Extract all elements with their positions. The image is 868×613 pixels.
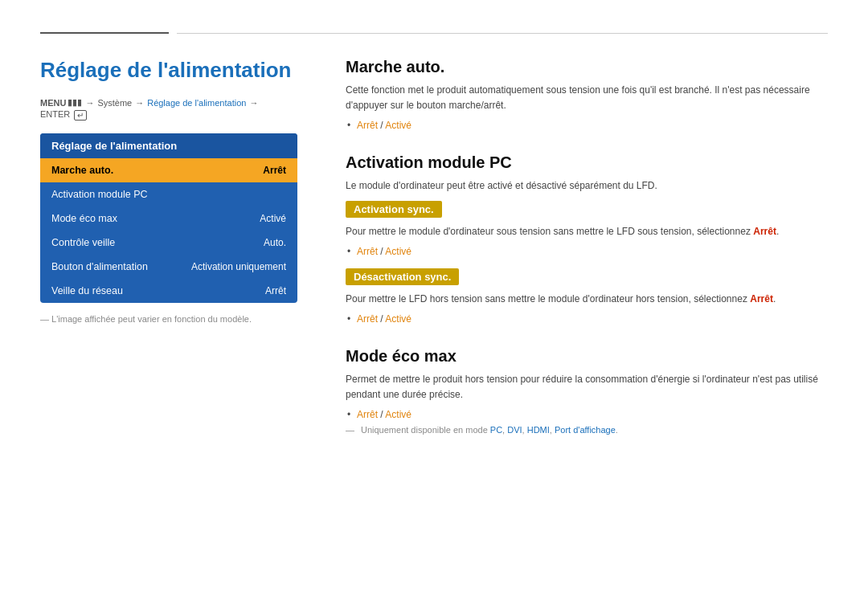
menu-item-value: Auto.: [264, 237, 286, 248]
menu-item-marche-auto[interactable]: Marche auto. Arrêt: [40, 158, 297, 182]
breadcrumb-system: Système: [97, 98, 132, 108]
menu-item-value: Arrêt: [263, 165, 286, 176]
bullet-text: Arrêt: [357, 120, 378, 131]
note-dash: ―: [346, 425, 354, 435]
breadcrumb-arrow1: →: [85, 98, 94, 108]
bullet-list-marche-auto: Arrêt / Activé: [346, 120, 828, 131]
breadcrumb-link[interactable]: Réglage de l'alimentation: [147, 98, 246, 108]
mode-eco-note: ― Uniquement disponible en mode PC, DVI,…: [346, 425, 828, 435]
menu-item-label: Marche auto.: [51, 165, 113, 176]
section-mode-eco: Mode éco max Permet de mettre le produit…: [346, 347, 828, 435]
bullet-arret: Arrêt: [357, 246, 378, 257]
section-desc-mode-eco: Permet de mettre le produit hors tension…: [346, 372, 828, 403]
bullet-sep: /: [378, 120, 385, 131]
breadcrumb-menu-icon: ▮▮▮: [68, 97, 82, 108]
breadcrumb-arrow3: →: [249, 98, 258, 108]
menu-item-label: Mode éco max: [51, 213, 117, 224]
top-lines: [40, 32, 828, 34]
section-title-mode-eco: Mode éco max: [346, 347, 828, 366]
menu-item-mode-eco[interactable]: Mode éco max Activé: [40, 206, 297, 231]
enter-icon: ↵: [74, 110, 87, 121]
bullet-sep: /: [378, 409, 385, 420]
activation-sync-link: Arrêt: [753, 226, 776, 237]
note-text-content: Uniquement disponible en mode PC, DVI, H…: [361, 425, 618, 435]
menu-item-label: Contrôle veille: [51, 237, 115, 248]
menu-box: Réglage de l'alimentation Marche auto. A…: [40, 133, 297, 303]
menu-item-bouton-alimentation[interactable]: Bouton d'alimentation Activation uniquem…: [40, 255, 297, 279]
breadcrumb-arrow2: →: [135, 98, 144, 108]
section-marche-auto: Marche auto. Cette fonction met le produ…: [346, 58, 828, 131]
bullet-sep: /: [378, 313, 385, 325]
menu-item-label: Veille du réseau: [51, 285, 123, 296]
breadcrumb-enter: ENTER ↵: [40, 109, 87, 121]
desactivation-sync-badge: Désactivation sync.: [346, 268, 459, 285]
menu-item-value: Activation uniquement: [191, 261, 286, 272]
menu-item-label: Bouton d'alimentation: [51, 261, 148, 272]
bullet-list-activation-sync: Arrêt / Activé: [346, 246, 828, 257]
section-title-marche-auto: Marche auto.: [346, 58, 828, 76]
breadcrumb: MENU ▮▮▮ → Système → Réglage de l'alimen…: [40, 97, 297, 121]
section-activation-module: Activation module PC Le module d'ordinat…: [346, 153, 828, 325]
bullet-text2: Activé: [385, 120, 411, 131]
bullet-active: Activé: [385, 313, 411, 325]
section-desc-activation-module: Le module d'ordinateur peut être activé …: [346, 178, 828, 194]
bullet-item: Arrêt / Activé: [357, 246, 828, 257]
menu-item-controle-veille[interactable]: Contrôle veille Auto.: [40, 231, 297, 255]
page-container: Réglage de l'alimentation MENU ▮▮▮ → Sys…: [0, 0, 868, 613]
breadcrumb-menu: MENU: [40, 98, 66, 108]
bullet-active: Activé: [385, 409, 411, 420]
bullet-arret: Arrêt: [357, 313, 378, 325]
menu-item-label: Activation module PC: [51, 189, 148, 200]
bullet-arret: Arrêt: [357, 409, 378, 420]
menu-item-veille-reseau[interactable]: Veille du réseau Arrêt: [40, 279, 297, 303]
page-title: Réglage de l'alimentation: [40, 58, 297, 83]
bullet-sep: /: [378, 246, 385, 257]
desactivation-sync-desc: Pour mettre le LFD hors tension sans met…: [346, 292, 828, 307]
top-line-long: [177, 33, 828, 34]
bullet-item: Arrêt / Activé: [357, 409, 828, 420]
activation-sync-badge: Activation sync.: [346, 201, 442, 218]
left-column: Réglage de l'alimentation MENU ▮▮▮ → Sys…: [40, 58, 297, 457]
bullet-item: Arrêt / Activé: [357, 313, 828, 325]
menu-item-value: Activé: [260, 213, 286, 224]
image-note: ― L'image affichée peut varier en foncti…: [40, 314, 297, 324]
bullet-list-desactivation-sync: Arrêt / Activé: [346, 313, 828, 325]
main-layout: Réglage de l'alimentation MENU ▮▮▮ → Sys…: [40, 58, 828, 457]
note-link-hdmi: HDMI: [527, 425, 550, 435]
note-link-port: Port d'affichage: [555, 425, 616, 435]
section-desc-marche-auto: Cette fonction met le produit automatiqu…: [346, 83, 828, 113]
bullet-item: Arrêt / Activé: [357, 120, 828, 131]
bullet-active: Activé: [385, 246, 411, 257]
section-title-activation-module: Activation module PC: [346, 153, 828, 172]
menu-item-value: Arrêt: [265, 285, 286, 296]
subsection-desactivation-sync: Désactivation sync. Pour mettre le LFD h…: [346, 268, 828, 325]
menu-item-activation-module[interactable]: Activation module PC: [40, 182, 297, 206]
bullet-list-mode-eco: Arrêt / Activé: [346, 409, 828, 420]
menu-box-title: Réglage de l'alimentation: [40, 133, 297, 158]
subsection-activation-sync: Activation sync. Pour mettre le module d…: [346, 201, 828, 257]
right-column: Marche auto. Cette fonction met le produ…: [346, 58, 828, 457]
top-line-short: [40, 32, 169, 34]
activation-sync-desc: Pour mettre le module d'ordinateur sous …: [346, 224, 828, 239]
note-link-dvi: DVI: [507, 425, 522, 435]
desactivation-sync-link: Arrêt: [750, 293, 773, 304]
note-link-pc: PC: [490, 425, 502, 435]
